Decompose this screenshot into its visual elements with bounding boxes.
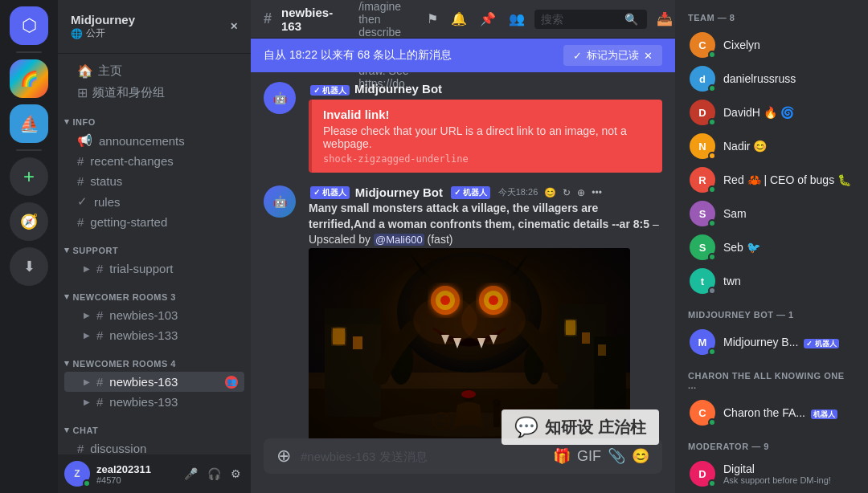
hash-icon-5: # — [96, 262, 103, 275]
sidebar-item-rules[interactable]: ✓ rules — [64, 191, 244, 212]
member-cixelyn[interactable]: C Cixelyn — [685, 29, 858, 61]
member-davidh[interactable]: D DavidH 🔥 🌀 — [685, 96, 858, 128]
sidebar-item-trial-support[interactable]: ▶ # trial-support — [64, 259, 244, 279]
member-avatar-sam: S — [690, 201, 715, 226]
sidebar-item-discussion[interactable]: # discussion — [64, 438, 244, 454]
member-danielrussruss[interactable]: d danielrussruss — [685, 63, 858, 95]
arrow-icon-5: ▶ — [84, 397, 90, 406]
member-info-twn: twn — [723, 275, 854, 287]
search-icon: 🔍 — [624, 13, 638, 26]
home-icon: 🏠 — [77, 63, 93, 79]
gif-button[interactable]: GIF — [577, 448, 601, 465]
hash-icon-7: # — [96, 328, 103, 342]
gift-button[interactable]: 🎁 — [553, 447, 571, 465]
sidebar-item-newbies-103[interactable]: ▶ # newbies-103 — [64, 305, 244, 325]
sidebar-item-newbies-193[interactable]: ▶ # newbies-193 — [64, 392, 244, 412]
close-icon: ✕ — [644, 50, 653, 62]
server-divider — [16, 51, 42, 53]
reactions-icon[interactable]: 😊 — [544, 187, 556, 198]
user-tag: #4570 — [96, 475, 174, 485]
sidebar-item-channels[interactable]: ⊞ 频道和身份组 — [64, 82, 244, 104]
deafen-button[interactable]: 🎧 — [204, 464, 224, 483]
member-red[interactable]: R Red 🦀 | CEO of bugs 🐛 — [685, 164, 858, 196]
members-button[interactable]: 👥 — [506, 8, 528, 30]
hash-icon: 📢 — [77, 133, 92, 148]
member-nadir[interactable]: N Nadir 😊 — [685, 130, 858, 162]
right-sidebar: TEAM — 8 C Cixelyn d danielrussruss D Da… — [675, 0, 868, 493]
boost-icon[interactable]: ⊕ — [577, 187, 585, 198]
message-content-invalid: ✓ 机器人 Midjourney Bot Invalid link! Pleas… — [309, 82, 662, 173]
server-icon-boat[interactable]: ⛵ — [10, 104, 48, 143]
category-newcomer3[interactable]: ▾ NEWCOMER ROOMS 3 — [58, 279, 251, 305]
mark-read-label: 标记为已读 — [587, 48, 639, 63]
message-avatar-bot1: 🤖 — [264, 82, 296, 114]
main-content: # newbies-163 Bot room for new users. Ty… — [251, 0, 675, 493]
sidebar-item-getting-started[interactable]: # getting-started — [64, 212, 244, 232]
sidebar-item-home[interactable]: 🏠 主页 — [64, 60, 244, 82]
checkmark-icon: ✓ — [77, 194, 88, 209]
notification-button[interactable]: 🔔 — [448, 8, 470, 30]
server-header-chevron: ✕ — [230, 21, 238, 32]
user-info: zeal202311 #4570 — [96, 463, 174, 485]
sidebar-item-newbies-163[interactable]: ▶ # newbies-163 👥 — [64, 372, 244, 392]
emoji-button[interactable]: 😊 — [632, 447, 649, 465]
sticker-button[interactable]: 📎 — [608, 447, 625, 465]
inbox-button[interactable]: 📥 — [653, 8, 675, 30]
search-bar[interactable]: 🔍 — [534, 10, 647, 29]
channel-header-hash: # — [264, 10, 272, 27]
member-name-danielrussruss: danielrussruss — [723, 72, 854, 85]
sidebar-item-status[interactable]: # status — [64, 171, 244, 191]
server-icon-download[interactable]: ⬇ — [10, 247, 48, 286]
server-icon-add[interactable]: + — [10, 157, 48, 196]
message-avatar-bot2: 🤖 — [264, 185, 296, 218]
search-input[interactable] — [541, 13, 621, 26]
server-icon-discord[interactable]: ⬡ — [10, 6, 48, 45]
member-status-davidh — [708, 118, 716, 126]
invalid-link-desc: Please check that your URL is a direct l… — [323, 124, 651, 150]
category-newcomer4[interactable]: ▾ NEWCOMER ROOMS 4 — [58, 345, 251, 372]
server-icon-midjourney[interactable]: 🌈 — [10, 59, 48, 98]
category-support-label: SUPPORT — [73, 246, 119, 255]
hash-icon-10: # — [77, 442, 84, 454]
member-status-nadir — [708, 152, 716, 160]
member-info-danielrussruss: danielrussruss — [723, 72, 854, 85]
member-twn[interactable]: t twn — [685, 265, 858, 297]
category-info[interactable]: ▾ INFO — [58, 104, 251, 130]
invalid-link-box: Invalid link! Please check that your URL… — [309, 100, 662, 173]
member-midjourney-bot[interactable]: M Midjourney B... ✓ 机器人 — [685, 326, 858, 358]
server-header[interactable]: Midjourney 🌐 公开 ✕ — [58, 0, 251, 54]
input-add-button[interactable]: ⊕ — [276, 446, 291, 467]
mute-button[interactable]: 🎤 — [181, 464, 201, 483]
sidebar-item-recent-changes[interactable]: # recent-changes — [64, 151, 244, 171]
member-status-sam — [708, 219, 716, 227]
message-input[interactable] — [301, 440, 543, 473]
mark-read-button[interactable]: ✓ 标记为已读 ✕ — [563, 45, 662, 66]
arrow-icon-4: ▶ — [84, 377, 90, 386]
member-charon[interactable]: C Charon the FA... 机器人 — [685, 397, 858, 429]
category-chat-label: CHAT — [73, 426, 99, 435]
hash-icon-2: # — [77, 154, 84, 168]
member-seb[interactable]: S Seb 🐦 — [685, 231, 858, 263]
ellipsis-icon[interactable]: ••• — [592, 187, 602, 198]
category-support[interactable]: ▾ SUPPORT — [58, 232, 251, 259]
settings-button[interactable]: ⚙ — [227, 464, 244, 483]
sidebar-item-newbies-133[interactable]: ▶ # newbies-133 — [64, 325, 244, 345]
generated-image[interactable] — [309, 248, 630, 438]
more-actions-icon[interactable]: ↻ — [563, 187, 571, 198]
message-group-invalid: 🤖 ✓ 机器人 Midjourney Bot Invalid link! Ple… — [251, 79, 675, 176]
member-sam[interactable]: S Sam — [685, 198, 858, 230]
robot-badge: ✓ 机器人 — [310, 85, 350, 96]
member-info-red: Red 🦀 | CEO of bugs 🐛 — [723, 173, 854, 186]
category-chat[interactable]: ▾ CHAT — [58, 412, 251, 438]
sidebar-item-announcements[interactable]: 📢 announcements — [64, 130, 244, 151]
member-info-seb: Seb 🐦 — [723, 241, 854, 254]
member-digital[interactable]: D Digital Ask support before DM-ing! — [685, 458, 858, 490]
channel-header: # newbies-163 Bot room for new users. Ty… — [251, 0, 675, 39]
channel-newbies-133-label: newbies-133 — [109, 328, 178, 342]
member-info-midjourney-bot: Midjourney B... ✓ 机器人 — [723, 336, 854, 349]
pin-button[interactable]: 📌 — [477, 8, 499, 30]
sidebar-item-channels-label: 频道和身份组 — [92, 85, 165, 100]
member-name-charon: Charon the FA... 机器人 — [723, 406, 854, 420]
thread-button[interactable]: ⚑ — [424, 8, 441, 30]
server-icon-discover[interactable]: 🧭 — [10, 202, 48, 241]
